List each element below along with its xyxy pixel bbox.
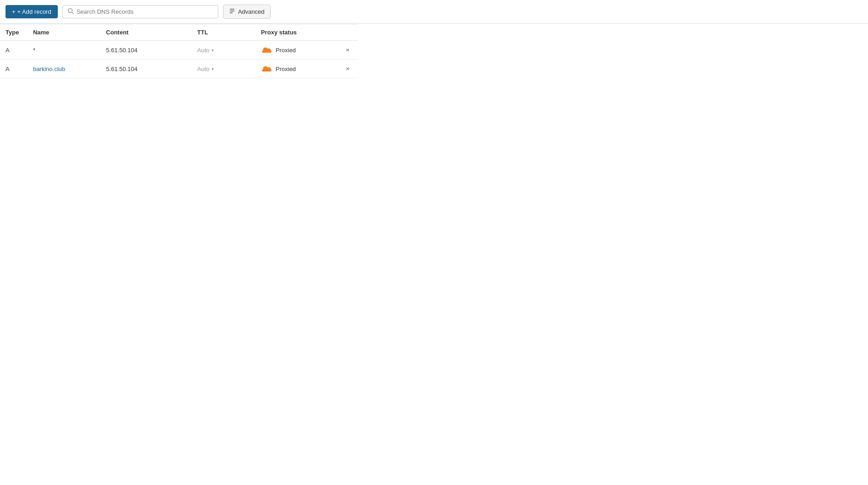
column-header-action <box>338 24 358 41</box>
table-row: A*5.61.50.104Auto▾ Proxied× <box>0 41 358 60</box>
ttl-value: Auto <box>197 47 210 54</box>
cell-type: A <box>0 60 28 78</box>
cell-content: 5.61.50.104 <box>100 41 192 60</box>
cell-action: × <box>338 60 358 78</box>
cloud-proxy-icon <box>261 65 273 72</box>
advanced-label: Advanced <box>238 8 265 15</box>
cloud-proxy-icon <box>261 46 273 54</box>
table-body: A*5.61.50.104Auto▾ Proxied×Abarkino.club… <box>0 41 358 78</box>
column-header-proxy-status: Proxy status <box>256 24 338 41</box>
dns-records-table: Type Name Content TTL Proxy status A*5.6… <box>0 24 358 78</box>
svg-line-1 <box>72 12 73 14</box>
proxy-status-label: Proxied <box>276 66 296 72</box>
cell-name: * <box>28 41 100 60</box>
proxy-status-label: Proxied <box>276 47 296 54</box>
cell-proxy-status: Proxied <box>256 60 338 78</box>
cell-ttl[interactable]: Auto▾ <box>192 60 256 78</box>
column-header-ttl: TTL <box>192 24 256 41</box>
cell-name[interactable]: barkino.club <box>28 60 100 78</box>
toolbar: + + Add record Advanced <box>0 0 868 23</box>
search-wrapper <box>62 5 218 18</box>
search-input[interactable] <box>77 8 213 15</box>
search-icon <box>67 8 74 16</box>
chevron-down-icon: ▾ <box>211 48 214 53</box>
table-row: Abarkino.club5.61.50.104Auto▾ Proxied× <box>0 60 358 78</box>
advanced-button[interactable]: Advanced <box>223 5 271 19</box>
ttl-value: Auto <box>197 66 210 72</box>
delete-record-button[interactable]: × <box>343 45 352 55</box>
table-header-row: Type Name Content TTL Proxy status <box>0 24 358 41</box>
plus-icon: + <box>12 8 16 15</box>
cell-proxy-status: Proxied <box>256 41 338 60</box>
cell-type: A <box>0 41 28 60</box>
cell-content: 5.61.50.104 <box>100 60 192 78</box>
list-icon <box>229 8 235 16</box>
column-header-type: Type <box>0 24 28 41</box>
column-header-content: Content <box>100 24 192 41</box>
delete-record-button[interactable]: × <box>343 64 352 73</box>
add-record-label: + Add record <box>17 8 51 15</box>
add-record-button[interactable]: + + Add record <box>6 5 58 18</box>
chevron-down-icon: ▾ <box>211 66 214 72</box>
cell-ttl[interactable]: Auto▾ <box>192 41 256 60</box>
column-header-name: Name <box>28 24 100 41</box>
name-link[interactable]: barkino.club <box>33 66 65 72</box>
dns-records-table-container: Type Name Content TTL Proxy status A*5.6… <box>0 23 868 78</box>
cell-action: × <box>338 41 358 60</box>
